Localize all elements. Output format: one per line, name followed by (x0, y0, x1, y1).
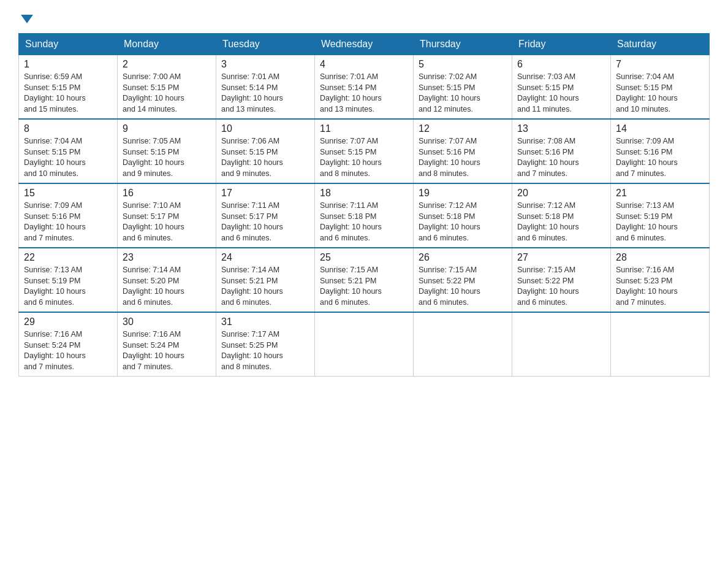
calendar-cell: 16 Sunrise: 7:10 AM Sunset: 5:17 PM Dayl… (118, 183, 216, 248)
day-number: 24 (221, 252, 309, 263)
day-number: 6 (517, 59, 605, 70)
day-number: 7 (616, 59, 704, 70)
logo-arrow-icon (21, 15, 33, 23)
day-info: Sunrise: 7:00 AM Sunset: 5:15 PM Dayligh… (123, 72, 211, 115)
day-number: 18 (320, 188, 408, 199)
day-info: Sunrise: 7:11 AM Sunset: 5:17 PM Dayligh… (221, 201, 309, 243)
calendar-week-row: 8 Sunrise: 7:04 AM Sunset: 5:15 PM Dayli… (19, 119, 710, 183)
calendar-cell: 18 Sunrise: 7:11 AM Sunset: 5:18 PM Dayl… (315, 183, 414, 248)
day-number: 29 (24, 316, 112, 327)
calendar-cell: 28 Sunrise: 7:16 AM Sunset: 5:23 PM Dayl… (611, 248, 710, 312)
day-info: Sunrise: 7:14 AM Sunset: 5:21 PM Dayligh… (221, 265, 309, 308)
day-number: 31 (221, 316, 309, 327)
calendar-cell (414, 312, 512, 377)
calendar-cell: 25 Sunrise: 7:15 AM Sunset: 5:21 PM Dayl… (315, 248, 414, 312)
calendar-cell: 8 Sunrise: 7:04 AM Sunset: 5:15 PM Dayli… (19, 119, 118, 183)
calendar-cell: 23 Sunrise: 7:14 AM Sunset: 5:20 PM Dayl… (118, 248, 216, 312)
day-info: Sunrise: 7:15 AM Sunset: 5:22 PM Dayligh… (419, 265, 507, 308)
day-number: 28 (616, 252, 704, 263)
day-info: Sunrise: 7:01 AM Sunset: 5:14 PM Dayligh… (221, 72, 309, 115)
logo (18, 12, 33, 21)
day-number: 19 (419, 188, 507, 199)
calendar-cell: 30 Sunrise: 7:16 AM Sunset: 5:24 PM Dayl… (118, 312, 216, 377)
day-info: Sunrise: 7:08 AM Sunset: 5:16 PM Dayligh… (517, 136, 605, 179)
day-number: 12 (419, 123, 507, 134)
logo-general (18, 12, 33, 23)
calendar-week-row: 1 Sunrise: 6:59 AM Sunset: 5:15 PM Dayli… (19, 55, 710, 120)
day-number: 21 (616, 188, 704, 199)
day-info: Sunrise: 7:16 AM Sunset: 5:24 PM Dayligh… (24, 329, 112, 372)
day-number: 22 (24, 252, 112, 263)
day-number: 1 (24, 59, 112, 70)
calendar-cell: 26 Sunrise: 7:15 AM Sunset: 5:22 PM Dayl… (414, 248, 512, 312)
day-info: Sunrise: 7:05 AM Sunset: 5:15 PM Dayligh… (123, 136, 211, 179)
day-info: Sunrise: 7:15 AM Sunset: 5:22 PM Dayligh… (517, 265, 605, 308)
day-number: 4 (320, 59, 408, 70)
calendar-cell: 1 Sunrise: 6:59 AM Sunset: 5:15 PM Dayli… (19, 55, 118, 120)
day-number: 11 (320, 123, 408, 134)
page-header (18, 12, 710, 21)
calendar-cell: 17 Sunrise: 7:11 AM Sunset: 5:17 PM Dayl… (216, 183, 315, 248)
day-number: 27 (517, 252, 605, 263)
day-info: Sunrise: 7:02 AM Sunset: 5:15 PM Dayligh… (419, 72, 507, 115)
day-info: Sunrise: 7:12 AM Sunset: 5:18 PM Dayligh… (419, 201, 507, 243)
day-info: Sunrise: 7:09 AM Sunset: 5:16 PM Dayligh… (24, 201, 112, 243)
header-tuesday: Tuesday (216, 34, 315, 55)
calendar-cell: 5 Sunrise: 7:02 AM Sunset: 5:15 PM Dayli… (414, 55, 512, 120)
calendar-cell (611, 312, 710, 377)
day-info: Sunrise: 7:16 AM Sunset: 5:23 PM Dayligh… (616, 265, 704, 308)
header-wednesday: Wednesday (315, 34, 414, 55)
day-info: Sunrise: 7:12 AM Sunset: 5:18 PM Dayligh… (517, 201, 605, 243)
day-number: 20 (517, 188, 605, 199)
calendar-cell: 3 Sunrise: 7:01 AM Sunset: 5:14 PM Dayli… (216, 55, 315, 120)
calendar-cell: 24 Sunrise: 7:14 AM Sunset: 5:21 PM Dayl… (216, 248, 315, 312)
calendar-table: SundayMondayTuesdayWednesdayThursdayFrid… (18, 33, 710, 377)
day-info: Sunrise: 7:06 AM Sunset: 5:15 PM Dayligh… (221, 136, 309, 179)
calendar-cell: 4 Sunrise: 7:01 AM Sunset: 5:14 PM Dayli… (315, 55, 414, 120)
calendar-header-row: SundayMondayTuesdayWednesdayThursdayFrid… (19, 34, 710, 55)
calendar-cell: 14 Sunrise: 7:09 AM Sunset: 5:16 PM Dayl… (611, 119, 710, 183)
header-sunday: Sunday (19, 34, 118, 55)
day-number: 30 (123, 316, 211, 327)
day-number: 16 (123, 188, 211, 199)
day-info: Sunrise: 7:04 AM Sunset: 5:15 PM Dayligh… (616, 72, 704, 115)
calendar-cell: 19 Sunrise: 7:12 AM Sunset: 5:18 PM Dayl… (414, 183, 512, 248)
day-number: 23 (123, 252, 211, 263)
day-info: Sunrise: 6:59 AM Sunset: 5:15 PM Dayligh… (24, 72, 112, 115)
calendar-cell: 21 Sunrise: 7:13 AM Sunset: 5:19 PM Dayl… (611, 183, 710, 248)
header-saturday: Saturday (611, 34, 710, 55)
day-number: 8 (24, 123, 112, 134)
header-monday: Monday (118, 34, 216, 55)
calendar-cell: 15 Sunrise: 7:09 AM Sunset: 5:16 PM Dayl… (19, 183, 118, 248)
day-info: Sunrise: 7:01 AM Sunset: 5:14 PM Dayligh… (320, 72, 408, 115)
calendar-cell (512, 312, 611, 377)
calendar-cell: 2 Sunrise: 7:00 AM Sunset: 5:15 PM Dayli… (118, 55, 216, 120)
calendar-cell: 29 Sunrise: 7:16 AM Sunset: 5:24 PM Dayl… (19, 312, 118, 377)
day-info: Sunrise: 7:16 AM Sunset: 5:24 PM Dayligh… (123, 329, 211, 372)
day-info: Sunrise: 7:14 AM Sunset: 5:20 PM Dayligh… (123, 265, 211, 308)
calendar-cell: 10 Sunrise: 7:06 AM Sunset: 5:15 PM Dayl… (216, 119, 315, 183)
day-number: 5 (419, 59, 507, 70)
day-info: Sunrise: 7:11 AM Sunset: 5:18 PM Dayligh… (320, 201, 408, 243)
day-info: Sunrise: 7:04 AM Sunset: 5:15 PM Dayligh… (24, 136, 112, 179)
calendar-cell: 9 Sunrise: 7:05 AM Sunset: 5:15 PM Dayli… (118, 119, 216, 183)
calendar-cell: 6 Sunrise: 7:03 AM Sunset: 5:15 PM Dayli… (512, 55, 611, 120)
header-friday: Friday (512, 34, 611, 55)
day-number: 17 (221, 188, 309, 199)
day-number: 25 (320, 252, 408, 263)
day-info: Sunrise: 7:09 AM Sunset: 5:16 PM Dayligh… (616, 136, 704, 179)
calendar-week-row: 22 Sunrise: 7:13 AM Sunset: 5:19 PM Dayl… (19, 248, 710, 312)
calendar-week-row: 29 Sunrise: 7:16 AM Sunset: 5:24 PM Dayl… (19, 312, 710, 377)
day-number: 9 (123, 123, 211, 134)
calendar-cell: 13 Sunrise: 7:08 AM Sunset: 5:16 PM Dayl… (512, 119, 611, 183)
calendar-cell: 27 Sunrise: 7:15 AM Sunset: 5:22 PM Dayl… (512, 248, 611, 312)
day-info: Sunrise: 7:13 AM Sunset: 5:19 PM Dayligh… (616, 201, 704, 243)
day-number: 26 (419, 252, 507, 263)
day-info: Sunrise: 7:10 AM Sunset: 5:17 PM Dayligh… (123, 201, 211, 243)
day-number: 13 (517, 123, 605, 134)
day-number: 14 (616, 123, 704, 134)
day-info: Sunrise: 7:07 AM Sunset: 5:15 PM Dayligh… (320, 136, 408, 179)
calendar-cell: 7 Sunrise: 7:04 AM Sunset: 5:15 PM Dayli… (611, 55, 710, 120)
day-info: Sunrise: 7:07 AM Sunset: 5:16 PM Dayligh… (419, 136, 507, 179)
calendar-cell: 12 Sunrise: 7:07 AM Sunset: 5:16 PM Dayl… (414, 119, 512, 183)
